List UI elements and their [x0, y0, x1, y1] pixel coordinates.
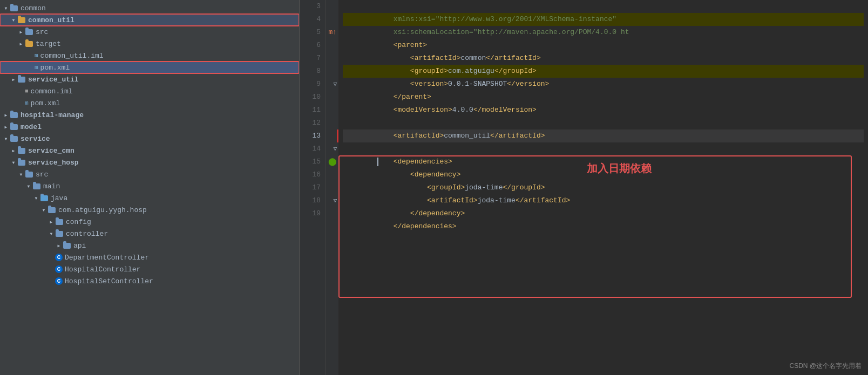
class-icon-dept: c [55, 254, 63, 261]
arrow-common[interactable] [2, 4, 10, 12]
gutter-12 [326, 117, 338, 129]
line-num-17: 17 [300, 181, 321, 194]
tree-item-src2[interactable]: src [0, 168, 299, 180]
xml-m-icon: m [35, 64, 38, 71]
tree-label-pom-xml-root: pom.xml [31, 99, 60, 107]
tree-label-src: src [36, 28, 48, 36]
gutter-15: ⬤ [326, 155, 338, 168]
tree-item-model[interactable]: model [0, 121, 299, 133]
tree-item-pom-xml[interactable]: m pom.xml [0, 62, 299, 73]
tree-label-dept-ctrl: DepartmentController [65, 254, 149, 262]
arrow-config[interactable] [48, 218, 55, 226]
tree-label-java: java [51, 194, 67, 202]
tree-item-service-hosp[interactable]: service_hosp [0, 156, 299, 168]
arrow-service-util[interactable] [10, 76, 17, 83]
folder-icon-config [55, 219, 64, 225]
tree-label-com-pkg: com.atguigu.yygh.hosp [58, 206, 147, 214]
tree-item-controller[interactable]: controller [0, 228, 299, 240]
tree-label-src2: src [36, 171, 48, 179]
arrow-src2[interactable] [17, 171, 25, 178]
gutter-icon-18[interactable]: ▽ [333, 194, 337, 207]
tree-label-service: service [21, 135, 50, 143]
tree-label-target: target [36, 40, 61, 48]
folder-icon-controller [55, 230, 64, 237]
arrow-target[interactable] [17, 40, 25, 47]
tree-item-hospset-ctrl[interactable]: c HospitalSetController [0, 275, 299, 287]
gutter-16 [326, 168, 338, 181]
folder-icon-service-cmn [17, 147, 26, 154]
tree-item-java[interactable]: java [0, 192, 299, 204]
tree-item-hosp-ctrl[interactable]: c HospitalController [0, 263, 299, 275]
tree-item-config[interactable]: config [0, 216, 299, 228]
gutter-icon-5[interactable]: m↑ [328, 26, 337, 39]
folder-icon-api [63, 242, 71, 249]
tree-label-service-cmn: service_cmn [28, 147, 74, 155]
tree-item-common[interactable]: common [0, 2, 299, 14]
tree-label-api: api [73, 242, 86, 250]
arrow-service[interactable] [2, 135, 10, 142]
arrow-main[interactable] [25, 182, 32, 190]
arrow-service-hosp[interactable] [10, 159, 17, 166]
code-line-3: xmlns:xsi="http://www.w3.org/2001/XMLSch… [343, 0, 864, 13]
line-num-14: 14 [300, 142, 321, 155]
tree-label-hosp-ctrl: HospitalController [65, 265, 140, 274]
gutter-18: ▽ [326, 194, 338, 207]
arrow-service-cmn[interactable] [10, 147, 17, 154]
arrow-empty7 [48, 277, 55, 285]
bookmark-icon-15[interactable]: ⬤ [328, 155, 337, 168]
tree-item-com-pkg[interactable]: com.atguigu.yygh.hosp [0, 204, 299, 216]
folder-icon-common-util [17, 17, 26, 23]
tree-item-pom-xml-root[interactable]: m pom.xml [0, 97, 299, 109]
tree-label-common-util: common_util [28, 16, 74, 24]
tree-item-common-iml[interactable]: ■ common.iml [0, 85, 299, 97]
gutter-area: m↑ ▽ ▽ ⬤ [326, 0, 338, 375]
xml-code-area[interactable]: xmlns:xsi="http://www.w3.org/2001/XMLSch… [338, 0, 868, 375]
gutter-13 [326, 129, 338, 142]
line-num-8: 8 [300, 65, 321, 78]
tree-item-service-util[interactable]: service_util [0, 73, 299, 85]
arrow-model[interactable] [2, 123, 10, 131]
arrow-java[interactable] [32, 194, 40, 202]
gutter-14: ▽ [326, 142, 338, 155]
tree-item-hospital-manage[interactable]: hospital-manage [0, 109, 299, 121]
line-num-13: 13 [300, 129, 321, 142]
arrow-controller[interactable] [48, 230, 55, 237]
tree-item-service[interactable]: service [0, 133, 299, 145]
tree-item-src[interactable]: src [0, 26, 299, 38]
gutter-icon-14[interactable]: ▽ [333, 142, 337, 155]
tree-label-main: main [43, 182, 60, 190]
tree-item-service-cmn[interactable]: service_cmn [0, 145, 299, 156]
line-num-15: 15 [300, 155, 321, 168]
gutter-8 [326, 65, 338, 78]
line-num-18: 18 [300, 194, 321, 207]
folder-icon-java [40, 195, 49, 201]
tree-item-api[interactable]: api [0, 240, 299, 251]
gutter-icon-9[interactable]: ▽ [333, 78, 337, 91]
folder-icon-hospital-manage [10, 112, 18, 118]
gutter-3 [326, 0, 338, 13]
line-num-19: 19 [300, 207, 321, 220]
arrow-common-util[interactable] [10, 16, 17, 24]
arrow-src[interactable] [17, 28, 25, 36]
tree-item-dept-ctrl[interactable]: c DepartmentController [0, 251, 299, 263]
arrow-com-pkg[interactable] [40, 206, 48, 214]
tree-label-pom-xml: pom.xml [40, 64, 70, 72]
watermark: CSDN @这个名字先用着 [789, 362, 862, 371]
tree-item-main[interactable]: main [0, 180, 299, 192]
folder-icon-service-hosp [17, 159, 26, 166]
line-numbers: 3 4 5 6 7 8 9 10 11 12 13 14 15 16 17 18… [300, 0, 326, 375]
file-tree-panel: common common_util src target m common_u… [0, 0, 300, 375]
m-icon-root: m [25, 100, 29, 106]
arrow-api[interactable] [55, 242, 63, 249]
line-num-10: 10 [300, 91, 321, 104]
folder-icon-src [25, 29, 33, 35]
code-line-14: <dependencies> [343, 142, 864, 155]
folder-icon-common [10, 5, 18, 11]
arrow-empty4 [17, 99, 25, 107]
tree-item-common-util-iml[interactable]: m common_util.iml [0, 50, 299, 62]
file-icon-common-iml: ■ [25, 88, 29, 94]
arrow-hospital-manage[interactable] [2, 111, 10, 119]
tree-label-hospital-manage: hospital-manage [21, 111, 84, 119]
tree-item-target[interactable]: target [0, 38, 299, 50]
tree-item-common-util[interactable]: common_util [0, 14, 299, 26]
